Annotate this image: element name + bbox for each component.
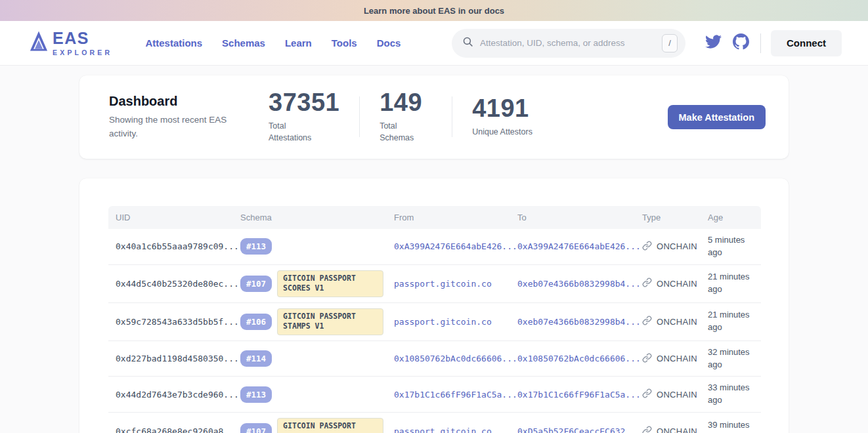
page-title: Dashboard xyxy=(109,94,236,109)
from-address-link[interactable]: passport.gitcoin.co xyxy=(387,317,510,327)
attestations-table: UID Schema From To Type Age 0x40a1c6b55a… xyxy=(108,206,761,433)
main-nav: Attestations Schemas Learn Tools Docs xyxy=(145,37,401,49)
column-header-type: Type xyxy=(635,213,701,222)
slash-shortcut-key: / xyxy=(662,34,678,52)
banner-docs-link[interactable]: our docs xyxy=(468,6,504,16)
from-address-link[interactable]: 0x10850762bAc0dc66606... xyxy=(387,354,510,363)
nav-item-schemas[interactable]: Schemas xyxy=(222,37,265,49)
table-row: 0x44d2d7643e7b3cde960... #113 0x17b1C1c6… xyxy=(108,377,761,413)
schema-name-badge[interactable]: GITCOIN PASSPORT STAMPS V1 xyxy=(277,308,383,335)
attestations-table-card: UID Schema From To Type Age 0x40a1c6b55a… xyxy=(79,178,789,433)
twitter-icon[interactable] xyxy=(705,33,722,52)
from-address-link[interactable]: 0xA399A2476E664abE426... xyxy=(387,241,510,251)
column-header-from: From xyxy=(387,213,510,222)
to-address-link[interactable]: 0x10850762bAc0dc66606... xyxy=(510,354,635,363)
from-address-link[interactable]: passport.gitcoin.co xyxy=(387,279,510,289)
eas-logo[interactable]: EAS EXPLORER xyxy=(30,30,112,56)
age-text: 33 minutes ago xyxy=(701,382,761,407)
search-bar[interactable]: / xyxy=(452,29,685,58)
connect-wallet-button[interactable]: Connect xyxy=(771,30,842,56)
schema-id-badge[interactable]: #114 xyxy=(240,350,272,367)
nav-item-attestations[interactable]: Attestations xyxy=(145,37,202,49)
age-text: 39 minutes ago xyxy=(701,419,761,433)
to-address-link[interactable]: 0xeb07e4366b0832998b4... xyxy=(510,317,635,327)
stat-label: Unique Attestors xyxy=(472,126,544,138)
make-attestation-button[interactable]: Make Attestation xyxy=(668,105,766,129)
uid-link[interactable]: 0x44d2d7643e7b3cde960... xyxy=(108,390,233,400)
uid-link[interactable]: 0x40a1c6b55aaa9789c09... xyxy=(108,241,233,251)
search-icon xyxy=(462,36,473,50)
column-header-schema: Schema xyxy=(233,213,387,222)
schema-id-badge[interactable]: #106 xyxy=(240,314,272,330)
stat-total-schemas: 149 Total Schemas xyxy=(360,90,452,144)
docs-banner: Learn more about EAS in our docs xyxy=(0,0,868,21)
dashboard-card: Dashboard Showing the most recent EAS ac… xyxy=(79,75,789,159)
attestation-type: ONCHAIN xyxy=(657,354,697,363)
nav-item-learn[interactable]: Learn xyxy=(285,37,312,49)
chain-link-icon xyxy=(642,241,652,253)
attestation-type: ONCHAIN xyxy=(657,279,697,289)
nav-item-docs[interactable]: Docs xyxy=(377,37,401,49)
chain-link-icon xyxy=(642,353,652,365)
to-address-link[interactable]: 0x17b1C1c66fF96F1aC5a... xyxy=(510,390,635,400)
stat-value: 4191 xyxy=(472,96,544,122)
table-row: 0xcfc68a268e8ec9260a8... #107 GITCOIN PA… xyxy=(108,413,761,433)
from-address-link[interactable]: 0x17b1C1c66fF96F1aC5a... xyxy=(387,390,510,400)
eas-triangle-icon xyxy=(30,30,48,54)
github-icon[interactable] xyxy=(733,33,749,52)
schema-id-badge[interactable]: #113 xyxy=(240,386,272,403)
table-header-row: UID Schema From To Type Age xyxy=(108,206,761,229)
search-input[interactable] xyxy=(480,38,662,48)
attestation-type: ONCHAIN xyxy=(657,426,697,433)
chain-link-icon xyxy=(642,316,652,327)
age-text: 32 minutes ago xyxy=(701,346,761,371)
to-address-link[interactable]: 0xA399A2476E664abE426... xyxy=(510,241,635,251)
header-divider xyxy=(760,33,761,53)
age-text: 5 minutes ago xyxy=(701,234,761,259)
schema-id-badge[interactable]: #113 xyxy=(240,238,272,255)
header: EAS EXPLORER Attestations Schemas Learn … xyxy=(0,21,868,66)
from-address-link[interactable]: passport.gitcoin.co xyxy=(387,426,510,433)
stat-unique-attestors: 4191 Unique Attestors xyxy=(452,96,564,138)
banner-text: Learn more about EAS in xyxy=(364,6,466,16)
uid-link[interactable]: 0x59c728543a633d5bb5f... xyxy=(108,317,233,327)
table-row: 0x44d5c40b25320de80ec... #107 GITCOIN PA… xyxy=(108,265,761,303)
stat-label: Total Attestations xyxy=(269,120,321,144)
stat-value: 37351 xyxy=(269,90,339,116)
page-subtitle: Showing the most recent EAS activity. xyxy=(109,113,227,140)
chain-link-icon xyxy=(642,278,652,289)
age-text: 21 minutes ago xyxy=(701,271,761,296)
stats-row: 37351 Total Attestations 149 Total Schem… xyxy=(249,90,564,144)
column-header-to: To xyxy=(510,213,635,222)
table-row: 0x59c728543a633d5bb5f... #106 GITCOIN PA… xyxy=(108,303,761,341)
column-header-uid: UID xyxy=(108,213,233,222)
logo-title: EAS xyxy=(53,30,112,47)
column-header-age: Age xyxy=(701,213,761,222)
table-row: 0x40a1c6b55aaa9789c09... #113 0xA399A247… xyxy=(108,229,761,265)
uid-link[interactable]: 0xcfc68a268e8ec9260a8... xyxy=(108,426,233,433)
social-links xyxy=(705,33,749,52)
schema-id-badge[interactable]: #107 xyxy=(240,423,272,433)
attestation-type: ONCHAIN xyxy=(657,317,697,327)
uid-link[interactable]: 0x44d5c40b25320de80ec... xyxy=(108,279,233,289)
attestation-type: ONCHAIN xyxy=(657,390,697,400)
table-row: 0xd227bad1198d4580350... #114 0x10850762… xyxy=(108,341,761,377)
age-text: 21 minutes ago xyxy=(701,309,761,334)
nav-item-tools[interactable]: Tools xyxy=(332,37,357,49)
schema-name-badge[interactable]: GITCOIN PASSPORT SCORES V1 xyxy=(277,418,383,433)
stat-value: 149 xyxy=(380,90,432,116)
attestation-type: ONCHAIN xyxy=(657,241,697,251)
to-address-link[interactable]: 0xD5a5b52F6CeaccEC632... xyxy=(510,426,635,433)
uid-link[interactable]: 0xd227bad1198d4580350... xyxy=(108,354,233,363)
schema-name-badge[interactable]: GITCOIN PASSPORT SCORES V1 xyxy=(277,270,383,297)
chain-link-icon xyxy=(642,426,652,433)
schema-id-badge[interactable]: #107 xyxy=(240,276,272,292)
logo-subtitle: EXPLORER xyxy=(53,49,112,56)
stat-total-attestations: 37351 Total Attestations xyxy=(249,90,359,144)
stat-label: Total Schemas xyxy=(380,120,432,144)
chain-link-icon xyxy=(642,388,652,400)
to-address-link[interactable]: 0xeb07e4366b0832998b4... xyxy=(510,279,635,289)
